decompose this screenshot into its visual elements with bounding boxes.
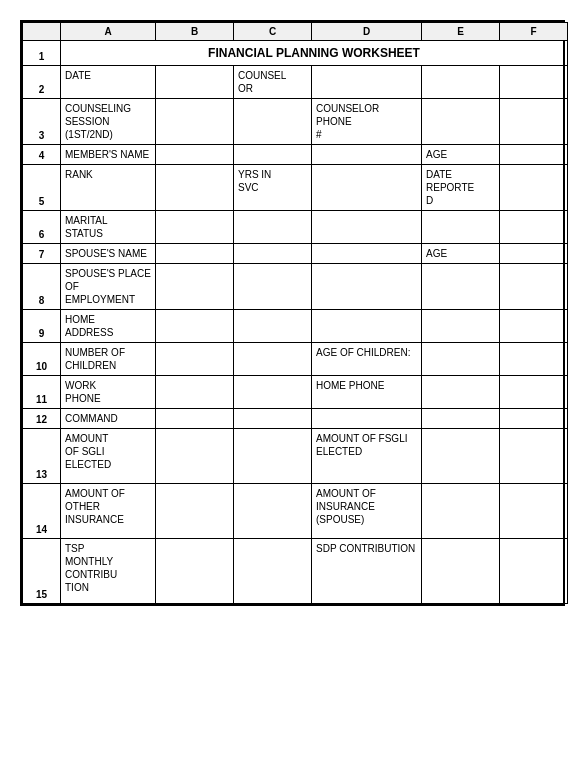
row-num-11: 11 [23,376,61,409]
cell-5a: RANK [61,165,156,211]
cell-5e: DATE REPORTE D [422,165,500,211]
cell-15d: SDP CONTRIBUTION [312,539,422,604]
col-header-c: C [234,23,312,41]
worksheet-table: A B C D E F 1 FINANCIAL PLANNING WORKSHE… [22,22,568,604]
cell-10e [422,343,500,376]
cell-9a: HOME ADDRESS [61,310,156,343]
cell-8d [312,264,422,310]
cell-8e [422,264,500,310]
table-row: 6 MARITAL STATUS [23,211,568,244]
row-num-8: 8 [23,264,61,310]
cell-3f [500,99,568,145]
cell-13d: AMOUNT OF FSGLI ELECTED [312,429,422,484]
table-row: 5 RANK YRS IN SVC DATE REPORTE D [23,165,568,211]
row-num-14: 14 [23,484,61,539]
table-row: 12 COMMAND [23,409,568,429]
cell-7d [312,244,422,264]
cell-6f [500,211,568,244]
cell-12d [312,409,422,429]
table-row: 2 DATE COUNSEL OR [23,66,568,99]
cell-10a: NUMBER OF CHILDREN [61,343,156,376]
cell-12e [422,409,500,429]
worksheet-container: A B C D E F 1 FINANCIAL PLANNING WORKSHE… [20,20,565,606]
cell-9b [156,310,234,343]
cell-13c [234,429,312,484]
table-row: 10 NUMBER OF CHILDREN AGE OF CHILDREN: [23,343,568,376]
table-row: 1 FINANCIAL PLANNING WORKSHEET [23,41,568,66]
col-header-f: F [500,23,568,41]
table-row: 11 WORK PHONE HOME PHONE [23,376,568,409]
cell-2f [500,66,568,99]
cell-14d: AMOUNT OF INSURANCE (SPOUSE) [312,484,422,539]
cell-5f [500,165,568,211]
cell-8b [156,264,234,310]
cell-7c [234,244,312,264]
row-num-1: 1 [23,41,61,66]
cell-9d [312,310,422,343]
table-row: 13 AMOUNT OF SGLI ELECTED AMOUNT OF FSGL… [23,429,568,484]
cell-9e [422,310,500,343]
cell-4a: MEMBER'S NAME [61,145,156,165]
row-num-3: 3 [23,99,61,145]
cell-10d: AGE OF CHILDREN: [312,343,422,376]
cell-10f [500,343,568,376]
cell-14c [234,484,312,539]
table-row: 15 TSP MONTHLY CONTRIBU TION SDP CONTRIB… [23,539,568,604]
cell-2c: COUNSEL OR [234,66,312,99]
cell-14f [500,484,568,539]
cell-8f [500,264,568,310]
cell-11e [422,376,500,409]
cell-5d [312,165,422,211]
cell-6b [156,211,234,244]
row-num-12: 12 [23,409,61,429]
cell-12f [500,409,568,429]
cell-2e [422,66,500,99]
column-headers-row: A B C D E F [23,23,568,41]
cell-8c [234,264,312,310]
table-row: 8 SPOUSE'S PLACE OF EMPLOYMENT [23,264,568,310]
cell-3d: COUNSELOR PHONE # [312,99,422,145]
cell-11c [234,376,312,409]
row-num-13: 13 [23,429,61,484]
cell-7b [156,244,234,264]
cell-9f [500,310,568,343]
cell-14a: AMOUNT OF OTHER INSURANCE [61,484,156,539]
cell-6c [234,211,312,244]
cell-6e [422,211,500,244]
cell-12b [156,409,234,429]
cell-7f [500,244,568,264]
row-num-15: 15 [23,539,61,604]
cell-4b [156,145,234,165]
row-num-9: 9 [23,310,61,343]
cell-15e [422,539,500,604]
cell-4f [500,145,568,165]
cell-13b [156,429,234,484]
row-num-7: 7 [23,244,61,264]
title-cell: FINANCIAL PLANNING WORKSHEET [61,41,568,66]
col-header-blank [23,23,61,41]
cell-5b [156,165,234,211]
cell-12c [234,409,312,429]
cell-5c: YRS IN SVC [234,165,312,211]
cell-4d [312,145,422,165]
cell-3b [156,99,234,145]
cell-15b [156,539,234,604]
cell-11b [156,376,234,409]
col-header-d: D [312,23,422,41]
cell-11a: WORK PHONE [61,376,156,409]
col-header-e: E [422,23,500,41]
cell-2d [312,66,422,99]
cell-4c [234,145,312,165]
cell-3e [422,99,500,145]
cell-15c [234,539,312,604]
cell-10c [234,343,312,376]
cell-2b [156,66,234,99]
cell-7e: AGE [422,244,500,264]
cell-15a: TSP MONTHLY CONTRIBU TION [61,539,156,604]
table-row: 4 MEMBER'S NAME AGE [23,145,568,165]
cell-15f [500,539,568,604]
cell-13e [422,429,500,484]
cell-9c [234,310,312,343]
cell-8a: SPOUSE'S PLACE OF EMPLOYMENT [61,264,156,310]
cell-3c [234,99,312,145]
